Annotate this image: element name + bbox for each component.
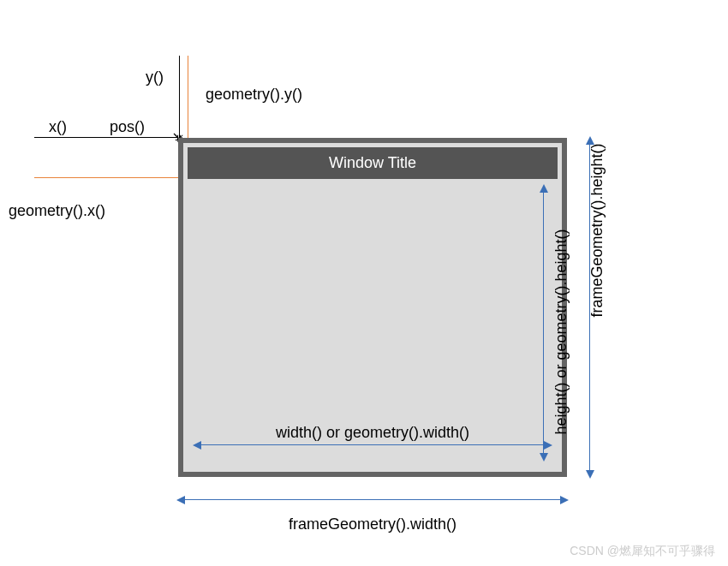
label-y: y() [146,69,164,86]
arrow-cap-down-icon [540,453,548,462]
y-axis-line [179,56,180,139]
label-geometry-x: geometry().x() [9,202,105,220]
window-frame: Window Title width() or geometry().width… [178,138,567,477]
arrow-cap-up-icon [540,184,548,193]
arrow-cap-left-icon [176,496,185,504]
frame-width-label: frameGeometry().width() [289,515,456,533]
inner-width-label: width() or geometry().width() [276,424,469,442]
geometry-x-line [34,177,188,178]
inner-height-label: height() or geometry().height() [552,229,570,434]
window-titlebar: Window Title [188,147,558,179]
label-geometry-y: geometry().y() [206,86,302,104]
arrow-cap-left-icon [193,441,201,450]
arrow-cap-right-icon [560,496,569,504]
arrow-cap-right-icon [544,441,552,450]
watermark-text: CSDN @燃犀知不可乎骤得 [570,544,715,559]
x-axis-line [34,137,178,138]
inner-height-arrow [543,186,544,460]
window-client-area: width() or geometry().width() height() o… [188,179,558,467]
label-pos: pos() [110,118,145,136]
window-geometry-diagram: y() geometry().y() x() pos() geometry().… [0,0,728,566]
frame-height-label: frameGeometry().height() [588,143,606,317]
inner-width-arrow [194,444,551,445]
arrow-cap-down-icon [586,470,594,479]
label-x: x() [49,118,67,136]
frame-width-arrow [178,499,567,500]
